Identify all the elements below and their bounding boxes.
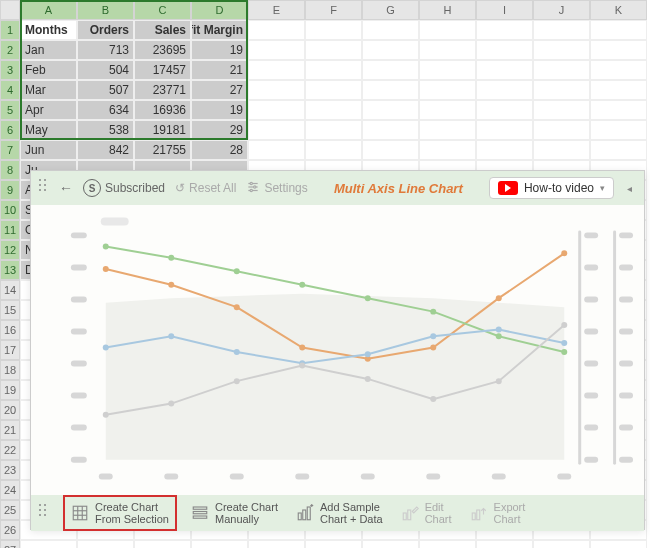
cell[interactable] — [476, 120, 533, 140]
cell[interactable] — [362, 100, 419, 120]
cell[interactable] — [419, 80, 476, 100]
cell[interactable]: 23771 — [134, 80, 191, 100]
cell[interactable]: 713 — [77, 40, 134, 60]
cell[interactable]: 634 — [77, 100, 134, 120]
cell[interactable]: Jun — [20, 140, 77, 160]
cell[interactable] — [248, 100, 305, 120]
drag-handle-icon[interactable] — [39, 504, 49, 522]
cell[interactable]: 507 — [77, 80, 134, 100]
cell[interactable] — [248, 540, 305, 548]
cell[interactable] — [590, 100, 647, 120]
cell[interactable] — [533, 540, 590, 548]
cell[interactable]: Jan — [20, 40, 77, 60]
settings-button[interactable]: Settings — [246, 180, 307, 197]
column-header[interactable]: C — [134, 0, 191, 20]
add-sample-chart-button[interactable]: Add Sample Chart + Data — [296, 501, 383, 525]
cell[interactable] — [248, 140, 305, 160]
cell[interactable] — [590, 20, 647, 40]
column-header[interactable]: J — [533, 0, 590, 20]
cell[interactable] — [248, 120, 305, 140]
row-header[interactable]: 9 — [0, 180, 20, 200]
cell[interactable]: 27 — [191, 80, 248, 100]
cell[interactable] — [305, 100, 362, 120]
cell[interactable] — [476, 100, 533, 120]
row-header[interactable]: 13 — [0, 260, 20, 280]
row-header[interactable]: 8 — [0, 160, 20, 180]
cell[interactable] — [362, 120, 419, 140]
cell[interactable] — [248, 20, 305, 40]
column-header[interactable]: A — [20, 0, 77, 20]
cell[interactable]: 842 — [77, 140, 134, 160]
cell[interactable] — [362, 60, 419, 80]
cell[interactable] — [590, 80, 647, 100]
cell[interactable] — [476, 60, 533, 80]
cell[interactable] — [305, 60, 362, 80]
cell[interactable] — [305, 120, 362, 140]
cell[interactable]: 538 — [77, 120, 134, 140]
create-chart-from-selection-button[interactable]: Create Chart From Selection — [67, 499, 173, 527]
howto-video-button[interactable]: How-to video ▾ — [489, 177, 614, 199]
cell[interactable]: Months — [20, 20, 77, 40]
cell[interactable] — [590, 40, 647, 60]
cell[interactable]: 19 — [191, 40, 248, 60]
cell[interactable] — [362, 40, 419, 60]
cell[interactable] — [590, 120, 647, 140]
cell[interactable] — [362, 140, 419, 160]
subscribed-button[interactable]: S Subscribed — [83, 179, 165, 197]
cell[interactable]: May — [20, 120, 77, 140]
row-header[interactable]: 11 — [0, 220, 20, 240]
cell[interactable]: 28 — [191, 140, 248, 160]
cell[interactable] — [419, 120, 476, 140]
reset-all-button[interactable]: ↺ Reset All — [175, 181, 236, 195]
cell[interactable] — [533, 20, 590, 40]
export-chart-button[interactable]: Export Chart — [470, 501, 526, 525]
cell[interactable] — [419, 100, 476, 120]
column-header[interactable]: I — [476, 0, 533, 20]
cell[interactable]: 16936 — [134, 100, 191, 120]
row-header[interactable]: 23 — [0, 460, 20, 480]
cell[interactable] — [305, 20, 362, 40]
collapse-icon[interactable]: ◂ — [624, 183, 636, 194]
cell[interactable]: 21755 — [134, 140, 191, 160]
cell[interactable]: 23695 — [134, 40, 191, 60]
cell[interactable] — [305, 140, 362, 160]
cell[interactable] — [476, 40, 533, 60]
cell[interactable]: 19181 — [134, 120, 191, 140]
row-header[interactable]: 18 — [0, 360, 20, 380]
row-header[interactable]: 22 — [0, 440, 20, 460]
drag-handle-icon[interactable] — [39, 179, 49, 197]
cell[interactable] — [419, 60, 476, 80]
cell[interactable] — [419, 40, 476, 60]
cell[interactable] — [533, 60, 590, 80]
column-header[interactable]: E — [248, 0, 305, 20]
cell[interactable] — [533, 80, 590, 100]
cell[interactable] — [533, 40, 590, 60]
cell[interactable] — [20, 540, 77, 548]
cell[interactable]: Sales — [134, 20, 191, 40]
row-header[interactable]: 27 — [0, 540, 20, 548]
cell[interactable]: Apr — [20, 100, 77, 120]
row-header[interactable]: 14 — [0, 280, 20, 300]
row-header[interactable]: 2 — [0, 40, 20, 60]
row-header[interactable]: 25 — [0, 500, 20, 520]
cell[interactable] — [362, 20, 419, 40]
row-header[interactable]: 21 — [0, 420, 20, 440]
cell[interactable]: 17457 — [134, 60, 191, 80]
cell[interactable] — [590, 540, 647, 548]
row-header[interactable]: 1 — [0, 20, 20, 40]
cell[interactable] — [305, 540, 362, 548]
cell[interactable] — [419, 540, 476, 548]
row-header[interactable]: 15 — [0, 300, 20, 320]
cell[interactable]: 21 — [191, 60, 248, 80]
cell[interactable] — [590, 140, 647, 160]
cell[interactable] — [362, 540, 419, 548]
cell[interactable] — [419, 20, 476, 40]
cell[interactable] — [305, 80, 362, 100]
row-header[interactable]: 16 — [0, 320, 20, 340]
cell[interactable] — [533, 140, 590, 160]
row-header[interactable]: 17 — [0, 340, 20, 360]
row-header[interactable]: 6 — [0, 120, 20, 140]
cell[interactable] — [362, 80, 419, 100]
cell[interactable]: Orders — [77, 20, 134, 40]
cell[interactable]: 19 — [191, 100, 248, 120]
